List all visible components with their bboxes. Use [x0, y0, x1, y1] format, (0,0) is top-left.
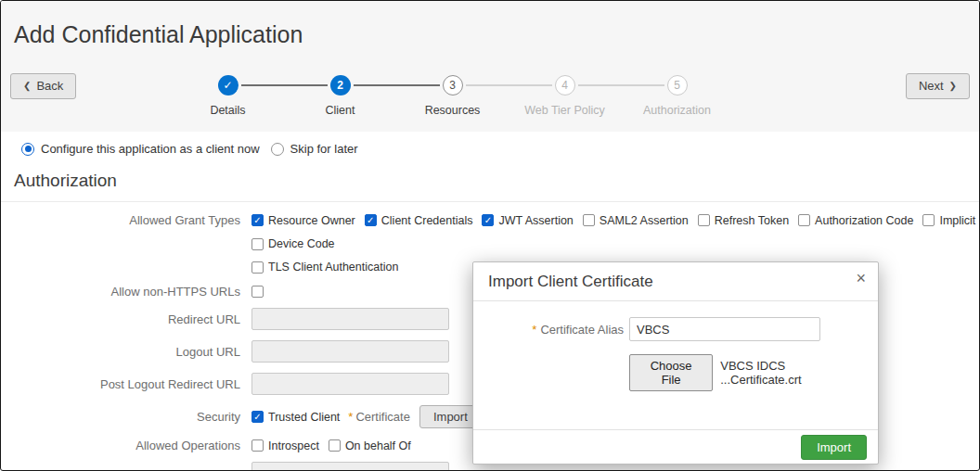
step-authorization: 5 Authorization	[621, 75, 733, 117]
grant-authorization-code-label: Authorization Code	[815, 214, 913, 227]
checkbox-icon[interactable]	[251, 439, 264, 452]
grant-refresh-token-label: Refresh Token	[715, 214, 789, 227]
allowed-grant-types-options: Resource Owner Client Credentials JWT As…	[251, 214, 980, 227]
certificate-file-row: Choose File VBCS IDCS ...Certificate.crt	[629, 354, 863, 391]
checkbox-icon[interactable]	[251, 214, 264, 226]
grant-resource-owner-label: Resource Owner	[268, 214, 355, 227]
step-label-resources: Resources	[425, 104, 481, 117]
step-web-tier-policy: 4 Web Tier Policy	[509, 75, 621, 117]
close-icon[interactable]: ×	[856, 269, 866, 288]
wizard-stepper: ✓ Details 2 Client 3 Resources 4 Web Tie…	[172, 75, 733, 117]
post-logout-redirect-url-input[interactable]	[251, 373, 449, 395]
grant-implicit[interactable]: Implicit	[922, 214, 975, 227]
step-details[interactable]: ✓ Details	[172, 75, 284, 117]
grant-saml2-assertion-label: SAML2 Assertion	[600, 214, 689, 227]
authorization-heading-text: Authorization	[14, 171, 117, 190]
import-client-certificate-dialog: Import Client Certificate × *Certificate…	[472, 261, 879, 465]
checkbox-icon[interactable]	[251, 238, 264, 250]
grant-authorization-code[interactable]: Authorization Code	[798, 214, 913, 227]
grant-saml2-assertion[interactable]: SAML2 Assertion	[583, 214, 689, 227]
logout-url-row: Logout URL	[1, 340, 449, 363]
checkbox-icon[interactable]	[251, 411, 264, 423]
post-logout-redirect-url-row: Post Logout Redirect URL	[1, 373, 449, 395]
back-button[interactable]: ❮ Back	[10, 73, 76, 99]
chevron-right-icon: ❯	[949, 81, 957, 92]
allowed-operations-label: Allowed Operations	[1, 439, 251, 452]
checkbox-icon[interactable]	[251, 261, 264, 274]
dialog-header: Import Client Certificate ×	[473, 262, 878, 301]
allowed-grant-types-label: Allowed Grant Types	[1, 213, 251, 227]
step-number: 4	[555, 75, 575, 95]
operation-introspect[interactable]: Introspect	[251, 439, 319, 452]
dialog-body: *Certificate Alias Choose File VBCS IDCS…	[473, 301, 878, 391]
import-button[interactable]: Import	[801, 435, 867, 460]
allow-non-https-checkbox[interactable]	[251, 286, 264, 298]
checkbox-icon[interactable]	[365, 214, 377, 226]
step-label-authorization: Authorization	[643, 104, 711, 117]
trusted-client-label: Trusted Client	[268, 411, 340, 424]
post-logout-redirect-url-label: Post Logout Redirect URL	[1, 377, 251, 391]
redirect-url-input[interactable]	[251, 308, 449, 330]
step-label-details: Details	[210, 104, 245, 117]
grant-tls-client-authentication[interactable]: TLS Client Authentication	[251, 261, 398, 274]
grant-refresh-token[interactable]: Refresh Token	[698, 214, 789, 227]
checkbox-icon[interactable]	[482, 214, 494, 226]
step-resources[interactable]: 3 Resources	[396, 75, 509, 117]
security-row: Security Trusted Client * Certificate Im…	[1, 405, 482, 428]
step-number[interactable]: 3	[443, 75, 463, 95]
partial-input[interactable]	[251, 462, 449, 471]
security-label: Security	[1, 410, 251, 424]
certificate-alias-label: Certificate Alias	[540, 323, 624, 337]
redirect-url-label: Redirect URL	[1, 312, 251, 326]
back-button-label: Back	[36, 79, 63, 94]
certificate-alias-input[interactable]	[629, 317, 820, 341]
checkbox-icon[interactable]	[698, 214, 710, 226]
grant-implicit-label: Implicit	[939, 214, 975, 227]
trusted-client-checkbox-item[interactable]: Trusted Client	[251, 411, 340, 424]
certificate-required-mark: *	[348, 410, 353, 424]
certificate-label: Certificate	[355, 410, 410, 424]
grant-client-credentials-label: Client Credentials	[381, 214, 473, 227]
logout-url-input[interactable]	[251, 340, 449, 363]
grant-device-code[interactable]: Device Code	[251, 237, 335, 250]
step-client[interactable]: 2 Client	[284, 75, 396, 117]
selected-file-name: VBCS IDCS ...Certificate.crt	[720, 359, 863, 387]
allowed-operations-row: Allowed Operations Introspect On behalf …	[1, 439, 420, 452]
operation-on-behalf-of[interactable]: On behalf Of	[329, 439, 411, 452]
checkbox-icon[interactable]	[329, 439, 341, 452]
authorization-section-heading: Authorization	[1, 171, 979, 202]
step-number[interactable]: 2	[330, 75, 351, 95]
certificate-alias-label-group: *Certificate Alias	[488, 321, 629, 337]
step-complete-check-icon[interactable]: ✓	[218, 75, 239, 95]
tls-client-authentication-row: TLS Client Authentication	[1, 261, 407, 274]
grant-client-credentials[interactable]: Client Credentials	[365, 214, 473, 227]
checkbox-icon[interactable]	[798, 214, 810, 226]
skip-for-later-label: Skip for later	[290, 142, 358, 156]
chevron-left-icon: ❮	[23, 81, 31, 92]
allow-non-https-row: Allow non-HTTPS URLs	[1, 285, 264, 299]
choose-file-button[interactable]: Choose File	[629, 354, 713, 391]
partial-field-row	[1, 462, 449, 471]
device-code-row: Device Code	[1, 237, 344, 250]
redirect-url-row: Redirect URL	[1, 308, 449, 330]
checkbox-icon[interactable]	[922, 214, 935, 226]
certificate-alias-row: *Certificate Alias	[488, 317, 863, 341]
grant-jwt-assertion[interactable]: JWT Assertion	[482, 214, 573, 227]
radio-icon[interactable]	[271, 143, 284, 156]
configure-as-client-radio[interactable]: Configure this application as a client n…	[21, 142, 260, 156]
allowed-grant-types-row: Allowed Grant Types Resource Owner Clien…	[1, 213, 980, 227]
skip-for-later-radio[interactable]: Skip for later	[271, 142, 358, 156]
grant-resource-owner[interactable]: Resource Owner	[251, 214, 355, 227]
dialog-title: Import Client Certificate	[488, 273, 653, 290]
next-button[interactable]: Next ❯	[906, 73, 970, 99]
step-number: 5	[667, 75, 688, 95]
radio-icon[interactable]	[21, 143, 34, 156]
step-label-client: Client	[326, 104, 355, 117]
allow-non-https-label: Allow non-HTTPS URLs	[1, 285, 251, 299]
checkbox-icon[interactable]	[583, 214, 595, 226]
grant-jwt-assertion-label: JWT Assertion	[498, 214, 573, 227]
grant-device-code-label: Device Code	[268, 237, 335, 250]
page-title: Add Confidential Application	[14, 21, 303, 48]
required-mark: *	[532, 323, 536, 337]
step-label-web-tier-policy: Web Tier Policy	[524, 104, 605, 117]
